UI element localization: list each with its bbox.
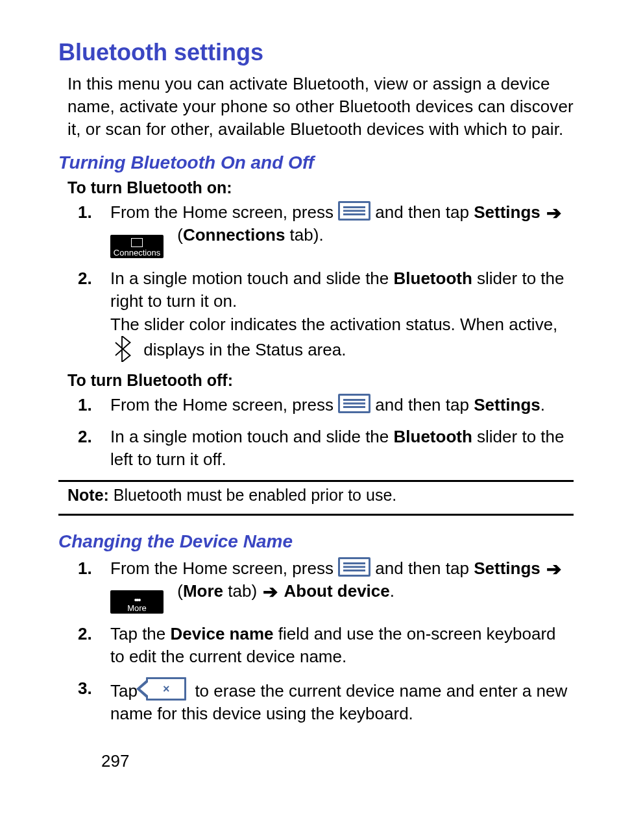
settings-label: Settings: [474, 202, 540, 222]
step-text: (: [177, 225, 183, 245]
label-turn-off: To turn Bluetooth off:: [67, 371, 574, 390]
settings-label: Settings: [474, 395, 540, 414]
step-off-1: 1. From the Home screen, press and then …: [58, 394, 574, 416]
subsection-device-name: Changing the Device Name: [58, 531, 574, 552]
step-on-2: 2. In a single motion touch and slide th…: [58, 267, 574, 361]
menu-icon: [338, 201, 370, 221]
bluetooth-icon: [110, 336, 134, 362]
step-off-2: 2. In a single motion touch and slide th…: [58, 426, 574, 471]
step-number: 1.: [78, 201, 92, 224]
connections-tab-icon: Connections: [110, 235, 164, 258]
step-number: 1.: [78, 394, 92, 416]
bluetooth-bold: Bluetooth: [394, 427, 472, 446]
step-text: Tap the: [110, 624, 171, 643]
step-text: and then tap: [375, 202, 474, 222]
menu-icon: [338, 394, 370, 413]
divider: [58, 514, 574, 516]
step-name-3: 3. Tap × to erase the current device nam…: [58, 677, 574, 725]
more-bold: More: [183, 581, 223, 601]
menu-icon: [338, 557, 370, 577]
more-tab-icon: ••• More: [110, 590, 164, 614]
step-text: and then tap: [375, 558, 474, 578]
step-text: tab): [223, 581, 261, 601]
note: Note: Bluetooth must be enabled prior to…: [67, 486, 574, 505]
period: .: [390, 581, 394, 601]
intro-paragraph: In this menu you can activate Bluetooth,…: [67, 73, 574, 141]
step-text: From the Home screen, press: [110, 395, 338, 414]
subsection-on-off: Turning Bluetooth On and Off: [58, 152, 574, 173]
settings-label: Settings: [474, 558, 540, 578]
period: .: [540, 395, 545, 414]
connections-bold: Connections: [183, 225, 285, 245]
step-text: tab).: [285, 225, 323, 245]
step-name-1: 1. From the Home screen, press and then …: [58, 557, 574, 614]
step-number: 3.: [78, 677, 92, 700]
step-text: displays in the Status area.: [143, 340, 346, 359]
step-number: 1.: [78, 557, 92, 580]
backspace-icon: ×: [146, 677, 186, 701]
steps-turn-off: 1. From the Home screen, press and then …: [58, 394, 574, 471]
divider: [58, 480, 574, 482]
step-text: and then tap: [375, 395, 474, 414]
step-number: 2.: [78, 623, 92, 645]
note-label: Note:: [67, 486, 109, 504]
device-name-bold: Device name: [171, 624, 274, 643]
about-device-bold: About device: [284, 581, 390, 601]
label-turn-on: To turn Bluetooth on:: [67, 178, 574, 197]
bluetooth-bold: Bluetooth: [394, 269, 472, 288]
step-number: 2.: [78, 267, 92, 290]
step-name-2: 2. Tap the Device name field and use the…: [58, 623, 574, 668]
step-on-1: 1. From the Home screen, press and then …: [58, 201, 574, 258]
steps-device-name: 1. From the Home screen, press and then …: [58, 557, 574, 725]
note-text: Bluetooth must be enabled prior to use.: [109, 486, 396, 504]
page-title: Bluetooth settings: [58, 39, 574, 66]
step-text: From the Home screen, press: [110, 202, 338, 222]
step-text: In a single motion touch and slide the: [110, 427, 394, 446]
steps-turn-on: 1. From the Home screen, press and then …: [58, 201, 574, 361]
step-text: From the Home screen, press: [110, 558, 338, 578]
step-text: The slider color indicates the activatio…: [110, 315, 557, 334]
step-text: In a single motion touch and slide the: [110, 269, 394, 288]
step-text: (: [177, 581, 183, 601]
step-number: 2.: [78, 426, 92, 448]
page-number: 297: [101, 751, 574, 771]
